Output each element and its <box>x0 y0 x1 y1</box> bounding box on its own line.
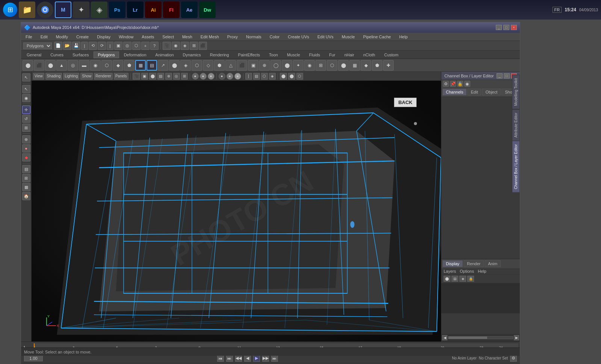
flash-taskbar[interactable]: Fl <box>163 2 180 18</box>
lightroom-taskbar[interactable]: Lr <box>127 2 143 18</box>
menu-help[interactable]: Help <box>398 34 409 40</box>
toolbar-cam2[interactable]: ◉ <box>172 42 180 50</box>
toolbar-icon-4[interactable]: | <box>81 42 88 50</box>
shelf-prim16[interactable]: ⬡ <box>192 60 202 71</box>
toolbar-cam5[interactable]: ⬛ <box>199 42 207 50</box>
snap-tool-btn[interactable]: + <box>141 42 149 50</box>
menu-pipeline[interactable]: Pipeline Cache <box>362 34 393 40</box>
vp-light1[interactable]: ● <box>192 73 199 80</box>
chrome-app[interactable] <box>37 2 53 18</box>
tab-modelling-toolkit[interactable]: Modelling Toolkit <box>512 75 520 109</box>
illustrator-taskbar[interactable]: Ai <box>145 2 162 18</box>
photoshop-taskbar[interactable]: Ps <box>109 2 125 18</box>
shelf-cube[interactable]: ⬛ <box>34 60 44 71</box>
menu-edit-mesh[interactable]: Edit Mesh <box>199 34 220 40</box>
vp-menu-show[interactable]: Show <box>80 73 93 80</box>
vp-dot1[interactable]: ● <box>219 73 225 80</box>
vp-menu-lighting[interactable]: Lighting <box>63 73 79 80</box>
btn-go-start[interactable]: ⏮ <box>217 355 224 362</box>
btn-step-back[interactable]: ◀◀ <box>235 355 242 362</box>
shelf-tab-ncloth[interactable]: nCloth <box>359 51 379 58</box>
shelf-prim9[interactable]: ◆ <box>113 60 123 71</box>
maya-app-taskbar[interactable]: M <box>55 2 71 18</box>
vp-camera-icon[interactable]: 🎥 <box>133 73 140 80</box>
shelf-cylinder[interactable]: ⬤ <box>45 60 56 71</box>
vp-menu-panels[interactable]: Panels <box>114 73 128 80</box>
layer-icon1[interactable]: ⬤ <box>444 276 450 282</box>
menu-edit-uvs[interactable]: Edit UVs <box>316 34 335 40</box>
folder-app[interactable]: 📁 <box>19 2 35 18</box>
btn-play-back[interactable]: ◀ <box>244 355 251 362</box>
btn-play-forward[interactable]: ▶ <box>253 355 260 362</box>
select-tool[interactable]: ↖ <box>22 73 30 82</box>
vp-menu-renderer[interactable]: Renderer <box>94 73 113 80</box>
lasso-tool-btn[interactable]: ◎ <box>123 42 131 50</box>
vp-menu-shading[interactable]: Shading <box>45 73 62 80</box>
layer-icon2[interactable]: ▤ <box>452 276 458 282</box>
menu-display[interactable]: Display <box>95 34 112 40</box>
vp-dot2[interactable]: ● <box>227 73 233 80</box>
toolbar-icon-7[interactable]: | <box>107 42 113 50</box>
vp-dot3[interactable]: ● <box>234 73 241 80</box>
menu-edit[interactable]: Edit <box>39 34 49 40</box>
toolbar-icon-3[interactable]: 💾 <box>72 42 80 50</box>
menu-normals[interactable]: Normals <box>245 34 263 40</box>
shelf-prim20[interactable]: ⬛ <box>237 60 247 71</box>
layer-icon3[interactable]: ◈ <box>459 276 466 282</box>
shelf-tab-rendering[interactable]: Rendering <box>206 51 233 58</box>
shelf-tab-deformation[interactable]: Deformation <box>120 51 151 58</box>
paint-select-tool[interactable]: ◉ <box>22 94 30 102</box>
minimize-button[interactable]: _ <box>496 25 502 30</box>
shelf-prim32[interactable]: ⬟ <box>372 60 382 71</box>
toolbar-cam1[interactable]: 🎥 <box>163 42 171 50</box>
lasso-tool[interactable]: ↖ <box>22 85 30 93</box>
cb-icon2[interactable]: 📌 <box>450 81 456 87</box>
menu-muscle[interactable]: Muscle <box>340 34 356 40</box>
vp-icon2[interactable]: ▣ <box>141 73 148 80</box>
shelf-disk[interactable]: ◉ <box>90 60 101 71</box>
vp-menu-view[interactable]: View <box>33 73 44 80</box>
shelf-prim27[interactable]: ⊞ <box>316 60 326 71</box>
shelf-tab-curves[interactable]: Curves <box>46 51 68 58</box>
shelf-sphere[interactable]: ⬤ <box>23 60 33 71</box>
scroll-thumb[interactable] <box>448 337 487 339</box>
cb-icon1[interactable]: ⚙ <box>443 81 449 87</box>
maximize-button[interactable]: □ <box>503 25 509 30</box>
shelf-cone[interactable]: ▲ <box>56 60 67 71</box>
shelf-prim13[interactable]: ↗ <box>158 60 168 71</box>
cb-icon3[interactable]: 🔒 <box>457 81 463 87</box>
shelf-prim15[interactable]: ◈ <box>180 60 191 71</box>
tab-channel-box-layer-editor[interactable]: Channel Box / Layer Editor <box>512 141 520 193</box>
vp-icon4[interactable]: ▤ <box>157 73 164 80</box>
app6-taskbar[interactable]: ◈ <box>91 2 107 18</box>
windows-orb[interactable]: ⊞ <box>3 3 17 17</box>
cb-tab-edit[interactable]: Edit <box>467 89 481 95</box>
show-manip[interactable]: ◆ <box>22 153 30 162</box>
tool4[interactable]: 🏠 <box>22 192 30 200</box>
shelf-prim31[interactable]: ◆ <box>361 60 371 71</box>
shelf-tab-fur[interactable]: Fur <box>325 51 340 58</box>
shelf-tab-toon[interactable]: Toon <box>265 51 282 58</box>
universal-manip[interactable]: ⊕ <box>22 135 30 143</box>
shelf-prim24[interactable]: ⬤ <box>282 60 292 71</box>
tool-q[interactable]: ? <box>150 42 159 50</box>
scroll-right[interactable]: ▶ <box>514 335 519 340</box>
shelf-prim10[interactable]: ⬟ <box>124 60 134 71</box>
shelf-tab-painteffects[interactable]: PaintEffects <box>234 51 264 58</box>
vp-icon7[interactable]: ⊞ <box>181 73 188 80</box>
vp-icon6[interactable]: ◎ <box>173 73 180 80</box>
layer-menu-help[interactable]: Help <box>478 269 486 273</box>
vp-uv-icon[interactable]: ⬡ <box>261 73 268 80</box>
shelf-prim29[interactable]: ⬤ <box>338 60 349 71</box>
layer-icon4[interactable]: 🔒 <box>467 276 474 282</box>
vp-render-icon[interactable]: ◈ <box>269 73 276 80</box>
scale-tool[interactable]: ⊞ <box>22 124 30 132</box>
shelf-selected1[interactable]: ▦ <box>135 60 146 71</box>
mode-selector[interactable]: Polygons <box>23 42 52 49</box>
toolbar-icon-1[interactable]: 📄 <box>54 42 62 50</box>
menu-modify[interactable]: Modify <box>54 34 69 40</box>
cb-icon4[interactable]: ◉ <box>464 81 470 87</box>
shelf-tab-muscle[interactable]: Muscle <box>283 51 304 58</box>
shelf-prim28[interactable]: ⬡ <box>327 60 337 71</box>
aftereffects-taskbar[interactable]: Ae <box>181 2 198 18</box>
